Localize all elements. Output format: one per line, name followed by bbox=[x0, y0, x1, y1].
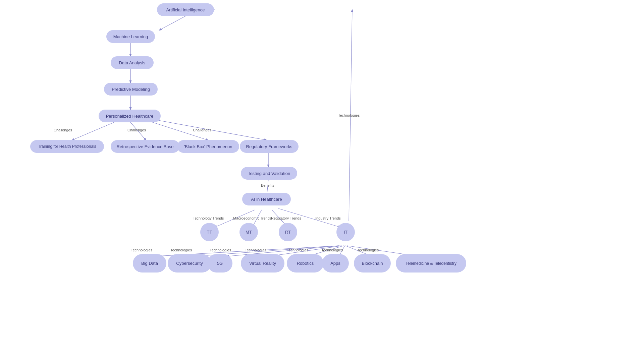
node-tt[interactable]: TT bbox=[200, 223, 219, 241]
label-tech4: Technologies bbox=[245, 248, 266, 252]
label-benefits: Benefits bbox=[261, 183, 274, 187]
node-retro[interactable]: Retrospective Evidence Base bbox=[111, 140, 179, 153]
label-rt: Regulatory Trends bbox=[271, 216, 301, 220]
node-ml[interactable]: Machine Learning bbox=[106, 30, 155, 43]
node-aihc[interactable]: AI in Healthcare bbox=[242, 193, 291, 205]
node-robotics[interactable]: Robotics bbox=[287, 254, 324, 273]
node-blackbox[interactable]: 'Black Box' Phenomenon bbox=[177, 140, 239, 153]
label-tt: Technology Trends bbox=[193, 216, 224, 220]
node-tv[interactable]: Testing and Validation bbox=[241, 167, 297, 180]
label-tech7: Technologies bbox=[357, 248, 379, 252]
label-tech5: Technologies bbox=[287, 248, 308, 252]
label-tech3: Technologies bbox=[210, 248, 231, 252]
node-blockchain[interactable]: Blockchain bbox=[354, 254, 391, 273]
label-tech2: Technologies bbox=[170, 248, 192, 252]
label-tech-right: Technologies bbox=[338, 113, 360, 117]
label-challenges2: Challenges bbox=[127, 128, 146, 132]
edge-ai-ml bbox=[159, 16, 185, 30]
node-cyber[interactable]: Cybersecurity bbox=[168, 254, 211, 273]
node-da[interactable]: Data Analysis bbox=[111, 56, 154, 69]
label-mt: Macroeconomic Trends bbox=[233, 216, 271, 220]
node-5g[interactable]: 5G bbox=[207, 254, 232, 273]
node-apps[interactable]: Apps bbox=[322, 254, 349, 273]
label-it: Industry Trends bbox=[315, 216, 341, 220]
node-tele[interactable]: Telemedicine & Teledentistry bbox=[396, 254, 466, 273]
node-ai[interactable]: Artificial Intelligence bbox=[157, 3, 214, 16]
edge-ph-training bbox=[72, 122, 114, 140]
node-pm[interactable]: Predictive Modeling bbox=[104, 83, 158, 96]
node-rt[interactable]: RT bbox=[279, 223, 297, 241]
label-challenges1: Challenges bbox=[54, 128, 72, 132]
node-mt[interactable]: MT bbox=[239, 223, 258, 241]
node-training[interactable]: Training for Health Professionals bbox=[30, 140, 104, 153]
label-tech1: Technologies bbox=[131, 248, 152, 252]
node-bigdata[interactable]: Big Data bbox=[133, 254, 166, 273]
node-reg[interactable]: Regulatory Frameworks bbox=[240, 140, 299, 153]
label-challenges3: Challenges bbox=[193, 128, 211, 132]
node-vr[interactable]: Virtual Reality bbox=[241, 254, 284, 273]
node-ph[interactable]: Personalized Healthcare bbox=[99, 110, 161, 122]
label-tech6: Technologies bbox=[321, 248, 343, 252]
node-it[interactable]: IT bbox=[336, 223, 355, 241]
